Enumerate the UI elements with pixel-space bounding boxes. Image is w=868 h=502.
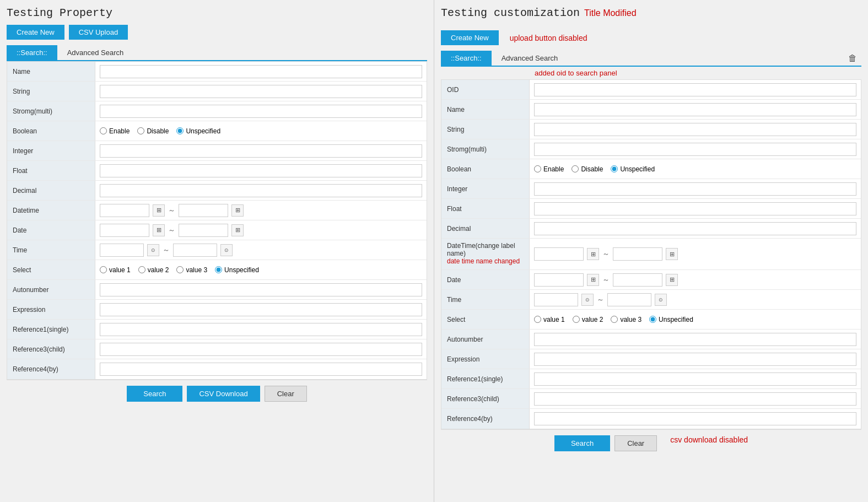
left-input-ref1[interactable]	[100, 323, 422, 336]
right-input-autonumber[interactable]	[534, 333, 856, 346]
right-input-ref3[interactable]	[534, 392, 856, 406]
left-tilde-datetime: ～	[168, 206, 175, 215]
right-label-expression: Expression	[441, 349, 530, 369]
right-cal-datetime-to[interactable]: ⊞	[666, 248, 678, 260]
left-input-datetime-to[interactable]	[179, 204, 228, 217]
right-cal-date-from[interactable]: ⊞	[587, 274, 599, 286]
left-row-ref3: Reference3(child)	[7, 339, 427, 359]
left-input-integer[interactable]	[100, 144, 422, 158]
right-radio-select-v2[interactable]: value 2	[573, 316, 603, 323]
right-input-stromg[interactable]	[534, 143, 856, 156]
right-input-string[interactable]	[534, 123, 856, 136]
left-cal-datetime-to[interactable]: ⊞	[231, 204, 244, 217]
left-input-decimal[interactable]	[100, 184, 422, 197]
right-radio-select-v3[interactable]: value 3	[611, 316, 641, 323]
left-tab-search[interactable]: ::Search::	[7, 45, 57, 60]
right-input-date-to[interactable]	[613, 273, 662, 287]
right-tab-advanced[interactable]: Advanced Search	[492, 51, 568, 66]
right-panel: Testing customization Title Modified Cre…	[434, 0, 868, 502]
left-cal-date-from[interactable]: ⊞	[153, 224, 165, 236]
right-input-time-from[interactable]	[534, 293, 578, 306]
right-cal-datetime-from[interactable]: ⊞	[587, 248, 599, 260]
left-input-date-to[interactable]	[179, 224, 228, 237]
left-input-stromg[interactable]	[100, 105, 422, 118]
right-input-integer[interactable]	[534, 182, 856, 196]
right-row-autonumber: Autonumber	[441, 330, 861, 349]
left-row-name: Name	[7, 62, 427, 82]
left-row-time: Time ⊙ ～ ⊙	[7, 240, 427, 260]
left-radio-select-v2[interactable]: value 2	[138, 266, 169, 274]
right-row-ref1: Reference1(single)	[441, 369, 861, 389]
left-cal-datetime-from[interactable]: ⊞	[153, 204, 165, 217]
left-input-date-from[interactable]	[100, 224, 149, 237]
left-radio-select-unspecified[interactable]: Unspecified	[215, 266, 259, 274]
left-radio-boolean-unspecified[interactable]: Unspecified	[176, 127, 220, 135]
right-input-float[interactable]	[534, 202, 856, 215]
right-label-autonumber: Autonumber	[441, 330, 530, 349]
left-row-integer: Integer	[7, 141, 427, 161]
right-input-ref1[interactable]	[534, 373, 856, 386]
right-tab-search[interactable]: ::Search::	[441, 51, 492, 66]
left-radio-select-v1[interactable]: value 1	[100, 266, 131, 274]
right-clear-button[interactable]: Clear	[614, 435, 657, 451]
left-row-ref1: Reference1(single)	[7, 320, 427, 339]
left-search-button[interactable]: Search	[127, 386, 182, 402]
right-cal-date-to[interactable]: ⊞	[666, 274, 678, 286]
right-input-expression[interactable]	[534, 353, 856, 366]
right-input-name[interactable]	[534, 103, 856, 116]
left-csv-upload-button[interactable]: CSV Upload	[69, 25, 128, 40]
left-create-new-button[interactable]: Create New	[7, 25, 64, 40]
left-cal-date-to[interactable]: ⊞	[231, 224, 244, 236]
right-row-oid: OID	[441, 80, 861, 100]
left-radio-boolean-disable[interactable]: Disable	[137, 127, 169, 135]
right-radio-select-unspecified[interactable]: Unspecified	[649, 316, 693, 323]
right-create-new-button[interactable]: Create New	[441, 30, 499, 45]
left-tilde-date: ～	[168, 225, 175, 235]
left-input-string[interactable]	[100, 85, 422, 98]
left-label-ref4: Reference4(by)	[7, 359, 95, 379]
left-input-datetime-from[interactable]	[100, 204, 149, 217]
right-label-name: Name	[441, 100, 530, 119]
right-input-oid[interactable]	[534, 83, 856, 96]
left-label-date: Date	[7, 220, 95, 240]
right-input-decimal[interactable]	[534, 222, 856, 235]
right-radio-boolean-unspecified[interactable]: Unspecified	[611, 165, 655, 173]
left-label-integer: Integer	[7, 141, 95, 160]
right-input-date-from[interactable]	[534, 273, 584, 287]
left-csv-download-button[interactable]: CSV Download	[187, 386, 260, 402]
left-spinner-time-to[interactable]: ⊙	[220, 244, 233, 256]
right-input-datetime-to[interactable]	[613, 247, 662, 261]
left-clear-button[interactable]: Clear	[265, 386, 307, 402]
left-panel: Testing Property Create New CSV Upload :…	[0, 0, 434, 502]
left-input-expression[interactable]	[100, 303, 422, 316]
left-tab-advanced[interactable]: Advanced Search	[57, 45, 134, 60]
right-spinner-time-to[interactable]: ⊙	[655, 294, 667, 306]
right-label-datetime: DateTime(change label name) date time na…	[441, 239, 530, 269]
left-label-decimal: Decimal	[7, 181, 95, 200]
right-label-select: Select	[441, 310, 530, 329]
left-input-name[interactable]	[100, 65, 422, 78]
right-input-datetime-from[interactable]	[534, 247, 584, 261]
right-label-time: Time	[441, 290, 530, 309]
right-oid-annotation: added oid to search panel	[441, 67, 861, 79]
right-label-ref1: Reference1(single)	[441, 369, 530, 388]
left-radio-select-v3[interactable]: value 3	[176, 266, 207, 274]
right-tab-trash-icon[interactable]: 🗑	[844, 51, 861, 66]
right-radio-boolean-disable[interactable]: Disable	[572, 165, 603, 173]
right-search-button[interactable]: Search	[554, 435, 610, 451]
right-input-time-to[interactable]	[607, 293, 651, 306]
left-input-ref3[interactable]	[100, 343, 422, 356]
left-row-date: Date ⊞ ～ ⊞	[7, 220, 427, 240]
left-input-ref4[interactable]	[100, 363, 422, 376]
left-input-autonumber[interactable]	[100, 283, 422, 296]
right-row-ref3: Reference3(child)	[441, 389, 861, 409]
right-radio-boolean-enable[interactable]: Enable	[534, 165, 564, 173]
left-input-float[interactable]	[100, 164, 422, 177]
left-input-time-from[interactable]	[100, 244, 144, 257]
right-input-ref4[interactable]	[534, 412, 856, 425]
right-radio-select-v1[interactable]: value 1	[534, 316, 565, 323]
left-radio-boolean-enable[interactable]: Enable	[100, 127, 130, 135]
left-spinner-time-from[interactable]: ⊙	[147, 244, 159, 256]
left-input-time-to[interactable]	[173, 244, 217, 257]
right-spinner-time-from[interactable]: ⊙	[581, 294, 594, 306]
